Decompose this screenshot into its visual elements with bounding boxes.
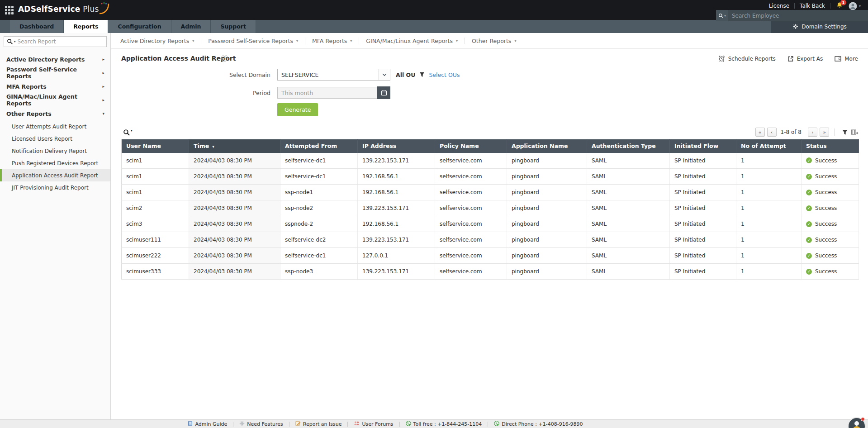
filter-funnel-icon[interactable] (419, 72, 425, 77)
cell-app: pingboard (507, 153, 587, 169)
nav-password-self-service-reports[interactable]: Password Self-Service Reports▾ (201, 38, 305, 44)
nav-other-reports[interactable]: Other Reports▾ (465, 38, 523, 44)
column-header-user-name[interactable]: User Name (122, 139, 189, 153)
domain-select[interactable]: SELFSERVICE (277, 69, 390, 81)
prev-page-button[interactable]: ‹ (767, 128, 777, 137)
table-row[interactable]: scim32024/04/03 08:30 PMsspnode-2192.168… (122, 216, 859, 232)
domain-settings-button[interactable]: Domain Settings (771, 20, 868, 33)
sidebar-item-mfa-reports[interactable]: MFA Reports▸ (0, 80, 110, 93)
chevron-down-icon[interactable] (379, 69, 390, 80)
column-header-time[interactable]: Time▾ (189, 139, 280, 153)
nav-mfa-reports[interactable]: MFA Reports▾ (305, 38, 359, 44)
column-header-status[interactable]: Status (802, 139, 859, 153)
employee-search-icon[interactable]: ▾ (716, 10, 728, 21)
cell-attempts: 1 (736, 264, 802, 280)
cell-attempts: 1 (736, 185, 802, 200)
sidebar-item-label: MFA Reports (6, 83, 47, 90)
table-search-icon[interactable]: ▾ (123, 129, 133, 136)
employee-search-input[interactable] (728, 10, 868, 21)
table-row[interactable]: scimuser3332024/04/03 08:30 PMssp-node31… (122, 264, 859, 280)
notifications-bell-icon[interactable]: 1 (836, 2, 843, 10)
export-as-button[interactable]: Export As (787, 55, 823, 62)
sidebar-item-password-self-service-reports[interactable]: Password Self-Service Reports▸ (0, 66, 110, 80)
tab-configuration[interactable]: Configuration (108, 20, 171, 33)
column-header-label: Initiated Flow (674, 143, 718, 149)
calendar-icon[interactable] (377, 86, 390, 99)
column-header-ip-address[interactable]: IP Address (358, 139, 435, 153)
sidebar-item-active-directory-reports[interactable]: Active Directory Reports▸ (0, 52, 110, 66)
table-row[interactable]: scimuser1112024/04/03 08:30 PMselfservic… (122, 232, 859, 248)
footer-link-admin-guide[interactable]: Admin Guide (182, 421, 233, 428)
generate-button[interactable]: Generate (277, 103, 318, 116)
sidebar-item-user-attempts-audit-report[interactable]: User Attempts Audit Report (0, 120, 110, 133)
domain-select-value: SELFSERVICE (278, 71, 379, 78)
license-link[interactable]: License (769, 3, 789, 9)
next-page-button[interactable]: › (808, 128, 817, 137)
tab-admin[interactable]: Admin (171, 20, 211, 33)
table-row[interactable]: scim12024/04/03 08:30 PMssp-node1192.168… (122, 185, 859, 200)
footer-link-user-forums[interactable]: User Forums (348, 421, 399, 427)
status-label: Success (815, 237, 837, 243)
sidebar-item-application-access-audit-report[interactable]: Application Access Audit Report (0, 169, 110, 181)
cell-app: pingboard (507, 264, 587, 280)
app-grid-icon[interactable] (5, 6, 14, 14)
period-input[interactable]: This month (277, 87, 377, 99)
chevron-down-icon: ▾ (350, 39, 352, 43)
sidebar-item-push-registered-devices-report[interactable]: Push Registered Devices Report (0, 157, 110, 169)
column-header-initiated-flow[interactable]: Initiated Flow (670, 139, 736, 153)
nav-gina-mac-linux-agent-reports[interactable]: GINA/Mac/Linux Agent Reports▾ (359, 38, 465, 44)
report-search-input[interactable] (18, 38, 104, 45)
cell-status: ✓Success (802, 200, 859, 216)
cell-auth: SAML (587, 200, 670, 216)
status-label: Success (815, 173, 837, 180)
footer-link-toll-free-1-844-245-1104[interactable]: Toll free : +1-844-245-1104 (400, 421, 488, 428)
footer-link-report-an-issue[interactable]: Report an Issue (289, 421, 348, 428)
column-header-attempted-from[interactable]: Attempted From (280, 139, 358, 153)
table-row[interactable]: scim22024/04/03 08:30 PMssp-node2139.223… (122, 200, 859, 216)
sidebar-item-jit-provisioning-audit-report[interactable]: JIT Provisioning Audit Report (0, 181, 110, 194)
select-ous-link[interactable]: Select OUs (429, 71, 460, 78)
more-button[interactable]: More (835, 55, 858, 62)
talkback-link[interactable]: Talk Back (800, 3, 825, 9)
add-column-icon[interactable] (851, 129, 859, 135)
sidebar-item-other-reports[interactable]: Other Reports▾ (0, 107, 110, 120)
tab-dashboard[interactable]: Dashboard (10, 20, 64, 33)
nav-active-directory-reports[interactable]: Active Directory Reports▾ (120, 38, 201, 44)
cell-time: 2024/04/03 08:30 PM (189, 232, 280, 248)
more-icon (835, 56, 841, 62)
cell-ip: 192.168.56.1 (358, 185, 435, 200)
help-icon[interactable]: ? (221, 55, 228, 62)
cell-auth: SAML (587, 216, 670, 232)
table-row[interactable]: scimuser2222024/04/03 08:30 PMselfservic… (122, 248, 859, 264)
column-header-policy-name[interactable]: Policy Name (435, 139, 507, 153)
first-page-button[interactable]: « (755, 128, 765, 137)
table-row[interactable]: scim12024/04/03 08:30 PMselfservice-dc11… (122, 153, 859, 169)
status-label: Success (815, 189, 837, 195)
sidebar-subitem-label: Licensed Users Report (12, 136, 72, 142)
status-label: Success (815, 157, 837, 164)
table-row[interactable]: scim12024/04/03 08:30 PMselfservice-dc11… (122, 169, 859, 185)
chevron-down-icon: ▾ (724, 14, 726, 18)
user-avatar[interactable]: ▾ (849, 2, 861, 10)
footer-bar: Admin GuideNeed FeaturesReport an IssueU… (0, 419, 868, 428)
table-filter-icon[interactable] (842, 129, 848, 135)
cell-app: pingboard (507, 248, 587, 264)
period-value: This month (281, 90, 313, 96)
column-header-no-of-attempt[interactable]: No of Attempt (736, 139, 802, 153)
sidebar-item-gina-mac-linux-agent-reports[interactable]: GINA/Mac/Linux Agent Reports▸ (0, 93, 110, 107)
sidebar-item-licensed-users-report[interactable]: Licensed Users Report (0, 133, 110, 145)
cell-policy: selfservice.com (435, 232, 507, 248)
sidebar-item-notification-delivery-report[interactable]: Notification Delivery Report (0, 145, 110, 157)
last-page-button[interactable]: » (820, 128, 829, 137)
column-header-authentication-type[interactable]: Authentication Type (587, 139, 670, 153)
schedule-reports-button[interactable]: Schedule Reports (718, 55, 776, 62)
sidebar-item-label: Password Self-Service Reports (6, 66, 102, 80)
footer-link-label: Admin Guide (195, 421, 227, 427)
column-header-application-name[interactable]: Application Name (507, 139, 587, 153)
tab-support[interactable]: Support (211, 20, 256, 33)
footer-link-direct-phone-1-408-916-9890[interactable]: Direct Phone : +1-408-916-9890 (488, 421, 588, 428)
tab-reports[interactable]: Reports (64, 20, 108, 33)
brand-swoosh-icon (98, 1, 110, 15)
footer-link-need-features[interactable]: Need Features (233, 421, 289, 428)
cell-flow: SP Initiated (670, 200, 736, 216)
